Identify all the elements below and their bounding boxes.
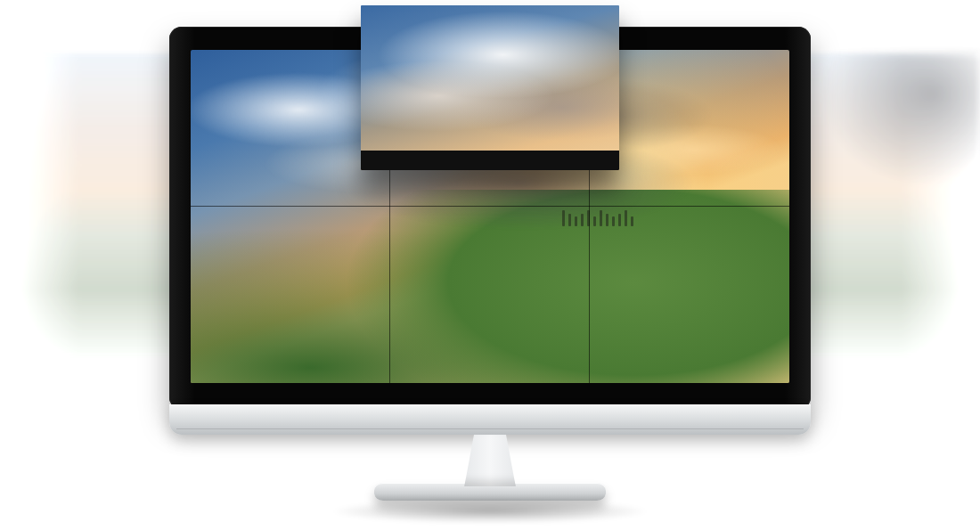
floor-shadow: [330, 499, 650, 524]
landscape-hill: [191, 190, 789, 383]
hill-trees: [562, 203, 669, 226]
stage: [0, 0, 980, 530]
monitor-stand-neck: [450, 435, 530, 486]
floating-tile-image: [361, 5, 619, 170]
monitor-chin: [169, 404, 811, 435]
floating-tile: [361, 5, 619, 170]
floating-tile-bottom-bar: [361, 151, 619, 170]
